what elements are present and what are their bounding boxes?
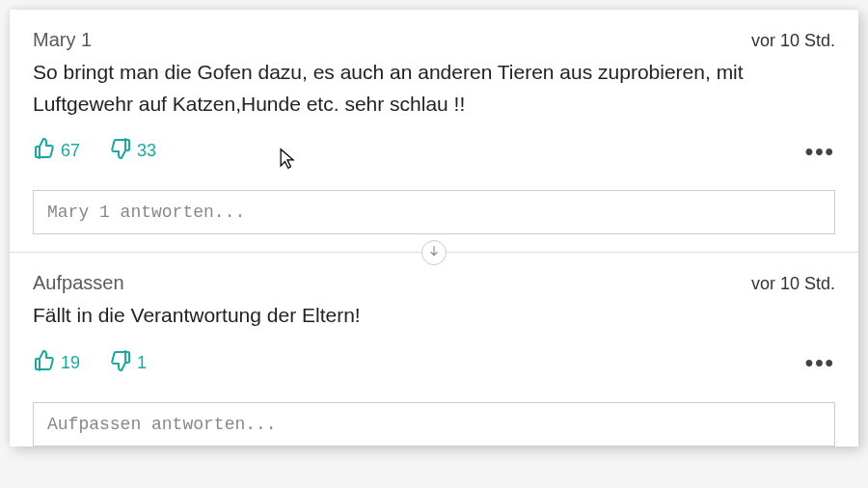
comment-block: Aufpassen vor 10 Std. Fällt in die Veran…: [10, 253, 858, 391]
comment-actions: 19 1 •••: [33, 349, 835, 377]
comment-author[interactable]: Aufpassen: [33, 272, 124, 294]
reply-container: [33, 402, 835, 447]
comments-card: Mary 1 vor 10 Std. So bringt man die Gof…: [10, 10, 858, 447]
thumbs-up-icon: [33, 349, 56, 377]
more-options-button[interactable]: •••: [805, 351, 835, 374]
thumbs-up-icon: [33, 137, 56, 165]
comment-timestamp: vor 10 Std.: [751, 31, 835, 51]
like-button[interactable]: 19: [33, 349, 80, 377]
comment-body: Fällt in die Verantwortung der Eltern!: [33, 300, 835, 332]
like-button[interactable]: 67: [33, 137, 80, 165]
like-count: 19: [61, 353, 80, 373]
comment-block: Mary 1 vor 10 Std. So bringt man die Gof…: [10, 10, 858, 178]
dislike-button[interactable]: 33: [109, 137, 156, 165]
reply-input[interactable]: [33, 402, 835, 447]
thumbs-down-icon: [109, 137, 132, 165]
reply-container: [33, 190, 835, 234]
more-options-button[interactable]: •••: [805, 140, 835, 163]
comment-header: Aufpassen vor 10 Std.: [33, 272, 835, 294]
comment-body: So bringt man die Gofen dazu, es auch an…: [33, 57, 835, 120]
vote-group: 67 33: [33, 137, 156, 165]
reply-input[interactable]: [33, 190, 835, 234]
comment-actions: 67 33 •••: [33, 137, 835, 165]
comment-author[interactable]: Mary 1: [33, 29, 92, 51]
thumbs-down-icon: [109, 349, 132, 377]
vote-group: 19 1: [33, 349, 147, 377]
comment-timestamp: vor 10 Std.: [751, 274, 835, 294]
dislike-count: 1: [137, 353, 147, 373]
dislike-button[interactable]: 1: [109, 349, 147, 377]
comment-header: Mary 1 vor 10 Std.: [33, 29, 835, 51]
like-count: 67: [61, 141, 80, 161]
dislike-count: 33: [137, 141, 156, 161]
